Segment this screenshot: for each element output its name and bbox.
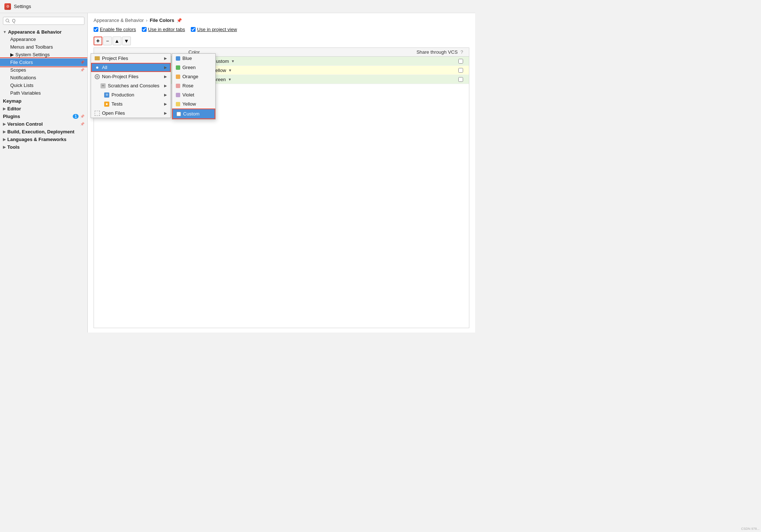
submenu-arrow-icon: ▶ [164, 102, 167, 106]
sidebar-group-tools[interactable]: ▶ Tools [0, 143, 87, 151]
submenu-item-blue[interactable]: Blue [172, 54, 215, 63]
expand-arrow-icon: ▶ [10, 52, 14, 57]
submenu-item-label: Custom [183, 111, 200, 117]
all-icon [95, 65, 100, 70]
breadcrumb-parent: Appearance & Behavior [94, 18, 144, 23]
sidebar-item-quick-lists[interactable]: Quick Lists [0, 81, 87, 89]
color-dot-rose-icon [176, 84, 180, 88]
submenu-arrow-icon: ▶ [164, 65, 167, 69]
breadcrumb-current: File Colors [150, 18, 174, 23]
color-dropdown-arrow[interactable]: ▼ [228, 77, 232, 81]
add-button[interactable]: + [94, 37, 102, 45]
move-up-button[interactable]: ▲ [113, 37, 121, 45]
sidebar-group-editor[interactable]: ▶ Editor [0, 104, 87, 112]
collapse-arrow-icon: ▼ [3, 30, 7, 34]
submenu-item-orange[interactable]: Orange [172, 72, 215, 81]
tests-icon: ◆ [104, 102, 109, 107]
use-in-editor-tabs-checkbox[interactable] [142, 27, 147, 32]
sidebar-item-file-colors[interactable]: File Colors 📌 [0, 58, 87, 66]
settings-window: ⚙ Settings ▼ Appearance & Behavior Appea… [0, 0, 475, 332]
toolbar: + − ▲ ▼ [94, 36, 469, 46]
submenu-arrow-icon: ▶ [164, 111, 167, 115]
move-down-button[interactable]: ▼ [122, 37, 131, 45]
group-label: Editor [7, 106, 21, 111]
expand-arrow-icon: ▶ [3, 130, 6, 134]
sidebar-group-keymap[interactable]: Keymap [0, 97, 87, 104]
breadcrumb-separator: › [146, 18, 147, 23]
group-label: Version Control [7, 121, 43, 127]
content-area: Appearance & Behavior › File Colors 📌 En… [88, 13, 475, 332]
group-label: Keymap [3, 98, 22, 104]
submenu-item-violet[interactable]: Violet [172, 90, 215, 99]
share-checkbox[interactable] [458, 59, 463, 64]
pin-icon: 📌 [80, 114, 84, 118]
production-icon: ⚙ [104, 92, 109, 98]
nonproject-icon [95, 74, 100, 79]
sidebar-group-plugins[interactable]: Plugins 1 📌 [0, 112, 87, 120]
color-dot-custom-icon [177, 112, 181, 116]
sidebar-item-scopes[interactable]: Scopes 📌 [0, 66, 87, 74]
color-dropdown-arrow[interactable]: ▼ [231, 59, 235, 63]
sidebar-item-system-settings[interactable]: ▶ System Settings [0, 51, 87, 58]
col-header-color: Color [189, 49, 372, 55]
menu-item-project-files[interactable]: Project Files ▶ [91, 54, 171, 63]
share-checkbox[interactable] [458, 68, 463, 73]
share-checkbox[interactable] [458, 77, 463, 82]
row-color-yellow: Yellow ▼ [189, 67, 372, 73]
sidebar-item-label: Menus and Toolbars [10, 44, 53, 50]
expand-arrow-icon: ▶ [3, 145, 6, 149]
menu-item-tests[interactable]: ◆ Tests ▶ [91, 99, 171, 109]
sidebar-search-container[interactable] [3, 17, 84, 25]
col-header-share-label: Share through VCS [416, 49, 458, 55]
enable-file-colors-option[interactable]: Enable file colors [94, 27, 136, 32]
use-in-project-view-checkbox[interactable] [191, 27, 196, 32]
menu-item-open-files[interactable]: Open Files ▶ [91, 109, 171, 118]
row-share [372, 68, 466, 73]
group-label: Appearance & Behavior [8, 29, 62, 35]
sidebar-item-label: Notifications [10, 75, 36, 80]
sidebar-item-appearance[interactable]: Appearance [0, 35, 87, 43]
submenu-item-rose[interactable]: Rose [172, 81, 215, 90]
sidebar-item-notifications[interactable]: Notifications [0, 74, 87, 81]
menu-item-all[interactable]: All ▶ [91, 63, 171, 72]
color-dot-violet-icon [176, 93, 180, 97]
use-in-editor-tabs-option[interactable]: Use in editor tabs [142, 27, 185, 32]
sidebar-group-appearance-behavior[interactable]: ▼ Appearance & Behavior [0, 28, 87, 35]
sidebar-group-languages[interactable]: ▶ Languages & Frameworks [0, 135, 87, 143]
col-header-share: Share through VCS ? [372, 49, 466, 55]
sidebar-item-path-variables[interactable]: Path Variables [0, 89, 87, 97]
tests-icon-inner: ◆ [106, 102, 108, 106]
sidebar-group-version-control[interactable]: ▶ Version Control 📌 [0, 120, 87, 128]
menu-item-non-project-files[interactable]: Non-Project Files ▶ [91, 72, 171, 81]
color-dropdown-arrow[interactable]: ▼ [228, 68, 232, 72]
search-input[interactable] [3, 17, 84, 25]
row-color-green: Green ▼ [189, 76, 372, 83]
sidebar-item-label: File Colors [10, 60, 33, 65]
open-files-icon [95, 111, 100, 116]
group-label: Tools [7, 144, 20, 150]
expand-arrow-icon: ▶ [3, 137, 6, 141]
use-in-project-view-option[interactable]: Use in project view [191, 27, 237, 32]
submenu-item-custom[interactable]: Custom [172, 109, 215, 119]
menu-item-production[interactable]: ⚙ Production ▶ [91, 90, 171, 99]
nonproject-icon-inner [96, 76, 98, 78]
all-icon-inner [96, 66, 98, 69]
sidebar-item-label: Path Variables [10, 90, 41, 96]
submenu-item-label: Blue [182, 56, 192, 61]
submenu-item-yellow[interactable]: Yellow [172, 99, 215, 109]
sidebar-group-build[interactable]: ▶ Build, Execution, Deployment [0, 128, 87, 135]
color-dot-green-icon [176, 65, 180, 70]
app-icon: ⚙ [4, 3, 11, 10]
menu-item-label: Production [111, 92, 134, 98]
expand-arrow-icon: ▶ [3, 107, 6, 111]
sidebar-item-menus-toolbars[interactable]: Menus and Toolbars [0, 43, 87, 51]
submenu-item-green[interactable]: Green [172, 63, 215, 72]
remove-button[interactable]: − [103, 37, 112, 45]
breadcrumb: Appearance & Behavior › File Colors 📌 [94, 18, 469, 23]
menu-item-label: Open Files [102, 110, 125, 116]
menu-item-scratches[interactable]: ✏ Scratches and Consoles ▶ [91, 81, 171, 90]
menu-item-label: Non-Project Files [102, 74, 139, 79]
enable-file-colors-checkbox[interactable] [94, 27, 98, 32]
menu-item-label: Scratches and Consoles [108, 83, 159, 88]
expand-arrow-icon: ▶ [3, 122, 6, 126]
